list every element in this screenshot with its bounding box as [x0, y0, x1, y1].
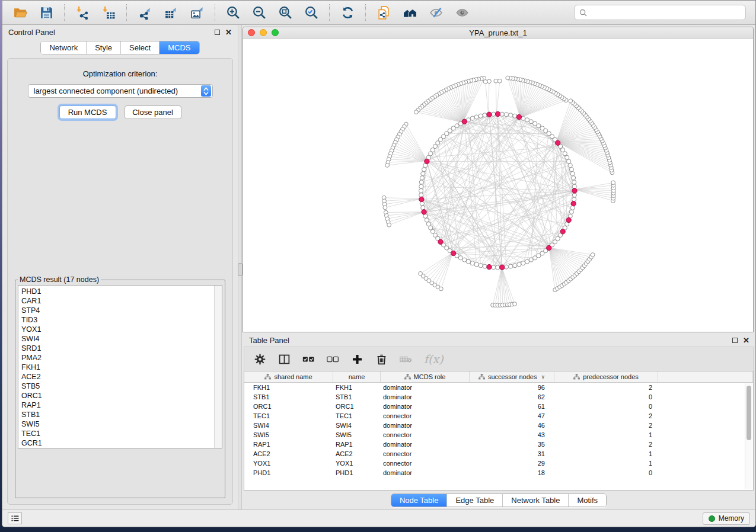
tab-network[interactable]: Network [41, 41, 86, 54]
table-row[interactable]: RAP1RAP1dominator352 [244, 440, 753, 449]
float-panel-icon[interactable] [215, 30, 220, 35]
float-table-panel-icon[interactable] [732, 338, 738, 343]
column-header-successor-nodes[interactable]: successor nodes∨ [470, 371, 554, 382]
mcds-result-item[interactable]: YOX1 [21, 325, 222, 334]
zoom-fit-button[interactable] [273, 3, 297, 22]
export-image-icon [190, 5, 205, 20]
run-mcds-button[interactable]: Run MCDS [59, 105, 116, 119]
tab-motifs[interactable]: Motifs [568, 494, 606, 507]
mcds-result-item[interactable]: GCR1 [21, 438, 222, 448]
table-scrollbar[interactable] [745, 383, 752, 489]
table-row[interactable]: ACE2ACE2connector311 [244, 449, 753, 459]
save-floppy-icon [39, 5, 54, 20]
tab-edge-table[interactable]: Edge Table [446, 494, 502, 507]
table-row[interactable]: SWI5SWI5connector431 [244, 430, 753, 440]
zoom-in-button[interactable] [221, 3, 245, 22]
select-all-columns-button[interactable] [302, 353, 315, 366]
mcds-result-item[interactable]: TID3 [21, 315, 222, 325]
tab-style[interactable]: Style [86, 41, 120, 54]
mcds-result-item[interactable]: SRD1 [21, 344, 222, 353]
table-row[interactable]: PHD1PHD1dominator180 [244, 468, 753, 477]
table-cell: connector [381, 431, 470, 438]
mcds-result-item[interactable]: PHD1 [21, 287, 222, 296]
mcds-result-item[interactable]: SWI5 [21, 419, 222, 429]
export-network-button[interactable] [133, 3, 157, 22]
network-view-window: YPA_prune.txt_1 [243, 27, 754, 332]
table-cell: PHD1 [333, 469, 381, 476]
refresh-view-button[interactable] [336, 3, 359, 22]
column-header-predecessor-nodes[interactable]: predecessor nodes [554, 371, 658, 382]
import-table-icon [101, 5, 116, 20]
splitter-grip[interactable] [238, 263, 243, 276]
share-network-button[interactable] [372, 3, 395, 22]
mcds-result-item[interactable]: ORC1 [21, 391, 222, 400]
search-input[interactable] [591, 8, 741, 17]
table-cell: dominator [381, 384, 470, 391]
memory-status-icon [709, 515, 715, 522]
save-session-button[interactable] [34, 3, 58, 22]
mcds-result-item[interactable]: STP4 [21, 306, 222, 315]
zoom-selected-button[interactable] [299, 3, 323, 22]
column-header-MCDS-role[interactable]: MCDS role [381, 371, 470, 382]
show-all-button[interactable] [450, 3, 474, 22]
close-panel-button[interactable]: Close panel [125, 105, 181, 119]
tab-mcds[interactable]: MCDS [159, 41, 199, 54]
column-header-shared-name[interactable]: shared name [244, 371, 333, 382]
mcds-result-item[interactable]: SWI4 [21, 334, 222, 344]
mcds-result-item[interactable]: ACE2 [21, 372, 222, 382]
create-column-button[interactable] [351, 353, 363, 366]
import-table-button[interactable] [97, 3, 120, 22]
vertical-splitter[interactable] [238, 25, 242, 509]
tab-network-table[interactable]: Network Table [502, 494, 568, 507]
table-cell: dominator [381, 422, 470, 429]
mcds-result-item[interactable]: STB1 [21, 410, 222, 419]
columns-icon [278, 353, 291, 366]
memory-button[interactable]: Memory [703, 512, 750, 525]
list-icon [11, 515, 19, 522]
tab-select[interactable]: Select [120, 41, 159, 54]
mcds-result-item[interactable]: RAP1 [21, 400, 222, 410]
mcds-result-item[interactable]: TEC1 [21, 429, 222, 438]
open-session-button[interactable] [8, 3, 32, 22]
table-row[interactable]: FKH1FKH1dominator962 [244, 383, 753, 392]
export-table-button[interactable] [159, 3, 183, 22]
network-canvas[interactable] [243, 39, 753, 332]
mcds-result-item[interactable]: CAR1 [21, 296, 222, 306]
table-scrollbar-thumb[interactable] [747, 386, 751, 440]
column-header-name[interactable]: name [333, 371, 381, 382]
table-row[interactable]: SWI4SWI4dominator462 [244, 421, 753, 430]
zoom-out-button[interactable] [247, 3, 271, 22]
unselect-all-columns-button[interactable] [327, 353, 339, 366]
close-table-panel-icon[interactable]: ✕ [743, 338, 749, 343]
task-history-button[interactable] [8, 512, 22, 524]
table-cell: ORC1 [333, 403, 381, 410]
table-body: FKH1FKH1dominator962STB1STB1dominator620… [244, 383, 753, 477]
first-neighbors-button[interactable] [398, 3, 422, 22]
mcds-result-item[interactable]: PMA2 [21, 353, 222, 363]
delete-column-button[interactable] [375, 353, 388, 366]
table-cell: 2 [554, 441, 658, 448]
search-box[interactable] [574, 5, 746, 20]
network-window-titlebar[interactable]: YPA_prune.txt_1 [243, 27, 753, 39]
mcds-list-scrollbar[interactable] [214, 286, 222, 448]
optimization-criterion-select[interactable]: largest connected component (undirected) [28, 84, 213, 98]
table-row[interactable]: ORC1ORC1dominator610 [244, 402, 753, 411]
mcds-result-item[interactable]: STB5 [21, 382, 222, 391]
show-columns-button[interactable] [278, 353, 291, 366]
function-builder-button[interactable]: f(x) [424, 352, 444, 366]
close-panel-icon[interactable]: ✕ [225, 30, 232, 35]
mcds-result-list[interactable]: PHD1CAR1STP4TID3YOX1SWI4SRD1PMA2FKH1ACE2… [18, 285, 222, 448]
mcds-result-item[interactable]: FKH1 [21, 363, 222, 372]
table-cell: 31 [470, 450, 554, 457]
table-cell: 96 [470, 384, 554, 391]
table-row[interactable]: YOX1YOX1connector291 [244, 459, 753, 468]
hide-selected-button[interactable] [424, 3, 448, 22]
delete-table-button[interactable] [400, 353, 412, 366]
table-row[interactable]: STB1STB1dominator620 [244, 392, 753, 402]
table-settings-button[interactable] [254, 353, 266, 366]
table-cell: connector [381, 460, 470, 467]
table-row[interactable]: TEC1TEC1connector472 [244, 411, 753, 421]
export-image-button[interactable] [185, 3, 209, 22]
import-network-button[interactable] [71, 3, 94, 22]
tab-node-table[interactable]: Node Table [391, 494, 447, 507]
